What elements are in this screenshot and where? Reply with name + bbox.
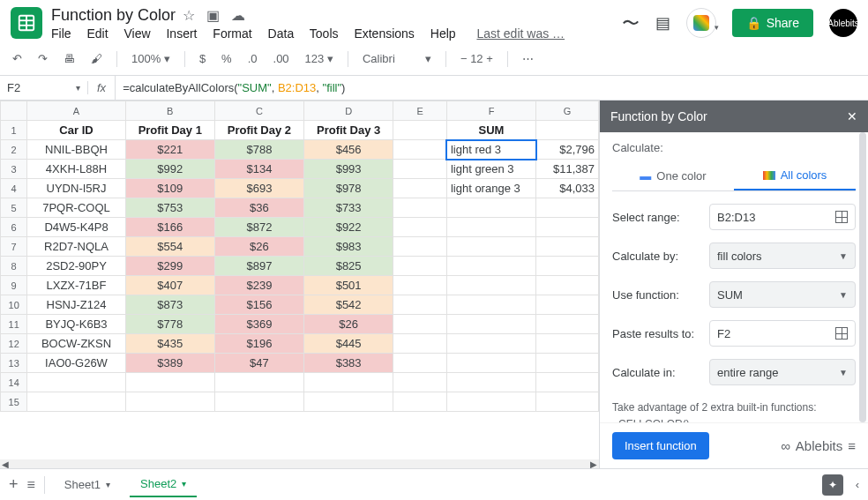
calculate-in-select[interactable]: entire range▼ <box>709 359 856 385</box>
spreadsheet-grid[interactable]: ABCDEFG 1 Car ID Profit Day 1 Profit Day… <box>0 101 599 468</box>
cloud-icon[interactable]: ☁ <box>231 8 245 23</box>
move-icon[interactable]: ▣ <box>206 8 220 23</box>
select-range-input[interactable]: B2:D13 <box>709 204 856 230</box>
meet-icon[interactable]: ▾ <box>686 8 716 38</box>
menu-file[interactable]: File <box>51 26 71 41</box>
calculate-label: Calculate: <box>612 141 856 154</box>
font-size-select[interactable]: − 12 + <box>455 49 498 69</box>
star-icon[interactable]: ☆ <box>183 8 195 23</box>
table-row[interactable]: 15 <box>1 392 599 412</box>
add-sheet-icon[interactable]: + <box>9 475 19 494</box>
sheet-tab-1[interactable]: Sheet1▾ <box>54 473 121 496</box>
formula-input[interactable]: =calculateByAllColors("SUM", B2:D13, "fi… <box>116 81 868 94</box>
column-headers[interactable]: ABCDEFG <box>1 101 599 121</box>
lock-icon: 🔒 <box>746 16 761 30</box>
menu-edit[interactable]: Edit <box>86 26 108 41</box>
menu-tools[interactable]: Tools <box>310 26 339 41</box>
menu-bar: File Edit View Insert Format Data Tools … <box>51 26 622 41</box>
insert-function-button[interactable]: Insert function <box>612 432 709 459</box>
formula-bar: F2▾ fx =calculateByAllColors("SUM", B2:D… <box>0 76 868 101</box>
fx-icon: fx <box>88 76 116 100</box>
table-row[interactable]: 82SD2-90PY$299$897$825 <box>1 257 599 276</box>
sheets-app-icon[interactable] <box>11 7 42 39</box>
menu-icon[interactable]: ≡ <box>848 438 856 453</box>
comments-icon[interactable]: ▤ <box>655 13 670 33</box>
table-row[interactable]: 57PQR-COQL$753$36$733 <box>1 198 599 218</box>
explore-icon[interactable]: ✦ <box>822 474 843 496</box>
table-row[interactable]: 4UYDN-I5RJ$109$693$978light orange 3$4,0… <box>1 179 599 198</box>
all-sheets-icon[interactable]: ≡ <box>27 477 35 493</box>
menu-extensions[interactable]: Extensions <box>354 26 414 41</box>
sheet-tabs-bar: + ≡ Sheet1▾ Sheet2▾ ✦ ‹ <box>0 468 868 500</box>
currency-button[interactable]: $ <box>194 49 211 69</box>
table-row[interactable]: 6D4W5-K4P8$166$872$922 <box>1 218 599 237</box>
calculate-by-select[interactable]: fill colors▼ <box>709 243 856 269</box>
percent-button[interactable]: % <box>216 49 237 69</box>
menu-format[interactable]: Format <box>213 26 251 41</box>
select-range-label: Select range: <box>612 211 700 224</box>
hint-text: Take advantage of 2 extra built-in funct… <box>612 399 856 422</box>
menu-view[interactable]: View <box>123 26 150 41</box>
tab-all-colors[interactable]: All colors <box>734 161 856 190</box>
sheet-tab-2[interactable]: Sheet2▾ <box>130 472 197 497</box>
side-panel-toggle-icon[interactable]: ‹ <box>856 478 859 491</box>
calculate-by-label: Calculate by: <box>612 250 700 263</box>
table-row[interactable]: 7R2D7-NQLA$554$26$983 <box>1 237 599 257</box>
menu-data[interactable]: Data <box>268 26 295 41</box>
table-row[interactable]: 34XKH-L88H$992$134$993light green 3$11,3… <box>1 160 599 179</box>
table-row[interactable]: 13IAO0-G26W$389$47$383 <box>1 354 599 373</box>
sidebar-header: Function by Color ✕ <box>600 101 868 132</box>
tab-one-color[interactable]: ▬One color <box>612 161 734 190</box>
more-toolbar-icon[interactable]: ⋯ <box>517 49 539 69</box>
grid-picker-icon[interactable] <box>835 211 848 223</box>
print-icon[interactable]: 🖶 <box>58 49 80 69</box>
grid-picker-icon[interactable] <box>835 327 848 340</box>
dec-decrease-button[interactable]: .0 <box>243 49 263 69</box>
ablebits-logo: ∞ Ablebits ≡ <box>781 438 856 453</box>
undo-icon[interactable]: ↶ <box>7 49 27 69</box>
zoom-select[interactable]: 100% ▾ <box>126 49 176 69</box>
redo-icon[interactable]: ↷ <box>33 49 53 69</box>
close-icon[interactable]: ✕ <box>847 109 857 123</box>
paint-format-icon[interactable]: 🖌 <box>86 49 108 69</box>
name-box[interactable]: F2▾ <box>0 81 88 94</box>
menu-insert[interactable]: Insert <box>166 26 197 41</box>
header-row[interactable]: 1 Car ID Profit Day 1 Profit Day 2 Profi… <box>1 121 599 140</box>
infinity-icon: ∞ <box>781 438 790 453</box>
font-select[interactable]: Calibri ▾ <box>357 49 437 69</box>
menu-help[interactable]: Help <box>430 26 456 41</box>
activity-icon[interactable]: 〜 <box>622 11 640 35</box>
table-row[interactable]: 11BYJQ-K6B3$778$369$26 <box>1 315 599 334</box>
title-bar: Function by Color ☆ ▣ ☁ File Edit View I… <box>0 0 868 42</box>
addon-sidebar: Function by Color ✕ Calculate: ▬One colo… <box>599 101 868 468</box>
use-function-label: Use function: <box>612 288 700 302</box>
use-function-select[interactable]: SUM▼ <box>709 281 856 308</box>
table-row[interactable]: 12BOCW-ZKSN$435$196$445 <box>1 334 599 354</box>
account-avatar[interactable]: Ablebits <box>829 9 857 37</box>
dec-increase-button[interactable]: .00 <box>268 49 295 69</box>
paste-to-input[interactable]: F2 <box>709 320 856 347</box>
toolbar: ↶ ↷ 🖶 🖌 100% ▾ $ % .0 .00 123 ▾ Calibri … <box>0 42 868 76</box>
table-row[interactable]: 14 <box>1 373 599 392</box>
document-title[interactable]: Function by Color ☆ ▣ ☁ <box>51 6 622 25</box>
last-edit-link[interactable]: Last edit was … <box>476 26 565 41</box>
table-row[interactable]: 2NNIL-BBQH$221$788$456light red 3$2,796 <box>1 140 599 160</box>
share-button[interactable]: 🔒 Share <box>732 9 813 37</box>
calculate-in-label: Calculate in: <box>612 366 700 379</box>
paste-to-label: Paste results to: <box>612 327 700 340</box>
table-row[interactable]: 9LXZX-71BF$407$239$501 <box>1 276 599 295</box>
format-123-button[interactable]: 123 ▾ <box>300 49 339 69</box>
horizontal-scrollbar[interactable]: ◀▶ <box>0 459 599 468</box>
table-row[interactable]: 10HSNJ-Z124$873$156$542 <box>1 295 599 315</box>
